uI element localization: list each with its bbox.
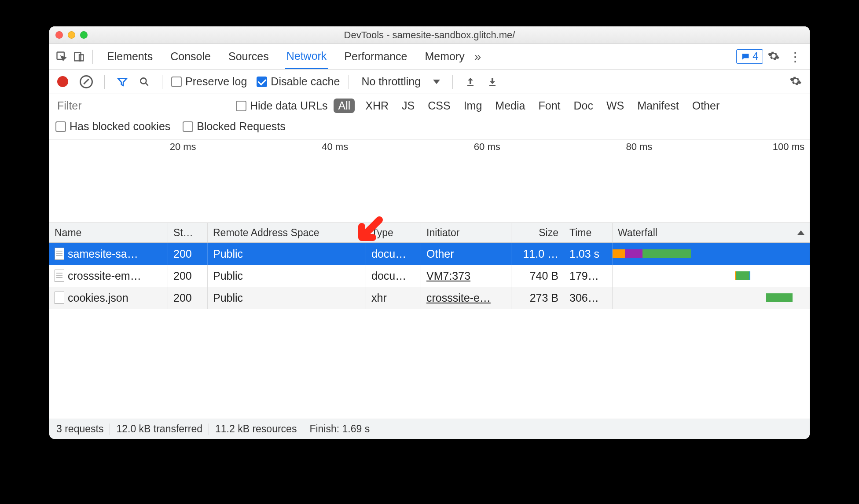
divider: [110, 424, 110, 435]
hide-data-urls-label: Hide data URLs: [250, 99, 327, 112]
network-table: Name St… Remote Address Space Type Initi…: [49, 223, 810, 419]
document-icon: [55, 270, 64, 282]
divider: [349, 75, 349, 89]
timeline-tick: 60 ms: [353, 141, 506, 153]
cell-status: 200: [168, 287, 208, 309]
network-toolbar: Preserve log Disable cache No throttling: [49, 69, 810, 94]
col-name[interactable]: Name: [49, 223, 168, 242]
cell-type: xhr: [366, 287, 421, 309]
download-har-icon[interactable]: [484, 73, 501, 91]
hide-data-urls-checkbox[interactable]: [236, 101, 246, 111]
titlebar[interactable]: DevTools - samesite-sandbox.glitch.me/: [49, 26, 810, 44]
table-header: Name St… Remote Address Space Type Initi…: [49, 223, 810, 243]
devtools-window: DevTools - samesite-sandbox.glitch.me/ E…: [49, 26, 810, 439]
device-toggle-icon[interactable]: [70, 48, 88, 66]
filter-type-all[interactable]: All: [334, 99, 355, 113]
filter-toggle-icon[interactable]: [114, 73, 131, 91]
cell-time: 1.03 s: [564, 243, 613, 265]
timeline-tick: 40 ms: [202, 141, 354, 153]
col-remote-address-space[interactable]: Remote Address Space: [208, 223, 366, 242]
col-status[interactable]: St…: [168, 223, 208, 242]
has-blocked-cookies-option[interactable]: Has blocked cookies: [55, 120, 170, 133]
panel-tabs: ElementsConsoleSourcesNetworkPerformance…: [105, 44, 466, 69]
tab-network[interactable]: Network: [285, 44, 329, 69]
throttling-select[interactable]: No throttling: [358, 75, 444, 88]
message-count: 4: [753, 51, 758, 62]
divider: [209, 424, 209, 435]
filter-type-other[interactable]: Other: [690, 99, 723, 113]
divider: [104, 75, 105, 89]
console-messages-badge[interactable]: 4: [736, 49, 763, 64]
blocked-requests-checkbox[interactable]: [183, 121, 193, 132]
col-initiator[interactable]: Initiator: [421, 223, 511, 242]
overflow-panels-button[interactable]: »: [474, 50, 481, 64]
cell-name: crosssite-em…: [49, 265, 168, 287]
sort-asc-icon: [797, 230, 804, 235]
tab-performance[interactable]: Performance: [342, 45, 409, 68]
preserve-log-option[interactable]: Preserve log: [171, 75, 247, 88]
has-blocked-cookies-label: Has blocked cookies: [70, 120, 170, 133]
filter-type-js[interactable]: JS: [399, 99, 417, 113]
col-time[interactable]: Time: [564, 223, 613, 242]
filter-type-css[interactable]: CSS: [425, 99, 453, 113]
svg-point-3: [140, 78, 146, 84]
cell-initiator[interactable]: crosssite-e…: [421, 287, 511, 309]
filter-type-manifest[interactable]: Manifest: [635, 99, 681, 113]
table-row[interactable]: samesite-sa…200Publicdocu…Other11.0 …1.0…: [49, 243, 810, 265]
settings-icon[interactable]: [767, 50, 780, 64]
filter-input[interactable]: [54, 97, 230, 115]
preserve-log-label: Preserve log: [185, 75, 247, 88]
tab-console[interactable]: Console: [169, 45, 213, 68]
record-button[interactable]: [57, 76, 68, 87]
disable-cache-checkbox[interactable]: [257, 77, 267, 87]
col-waterfall-label: Waterfall: [618, 227, 657, 239]
minimize-window-button[interactable]: [68, 31, 75, 39]
timeline-tick: 80 ms: [506, 141, 658, 153]
col-size[interactable]: Size: [511, 223, 564, 242]
cell-remote-address-space: Public: [208, 243, 366, 265]
col-waterfall[interactable]: Waterfall: [613, 223, 810, 242]
inspect-element-icon[interactable]: [53, 48, 70, 66]
search-icon[interactable]: [136, 73, 153, 91]
divider: [162, 75, 162, 89]
disable-cache-option[interactable]: Disable cache: [257, 75, 340, 88]
cell-time: 179…: [564, 265, 613, 287]
network-settings-icon[interactable]: [789, 75, 802, 89]
table-row[interactable]: cookies.json200Publicxhrcrosssite-e…273 …: [49, 287, 810, 309]
table-row[interactable]: crosssite-em…200Publicdocu…VM7:373740 B1…: [49, 265, 810, 287]
more-options-icon[interactable]: ⋮: [789, 49, 802, 64]
cell-waterfall: [613, 287, 810, 309]
cell-status: 200: [168, 243, 208, 265]
filter-type-doc[interactable]: Doc: [571, 99, 595, 113]
filter-type-img[interactable]: Img: [461, 99, 485, 113]
filter-type-font[interactable]: Font: [536, 99, 563, 113]
close-window-button[interactable]: [55, 31, 63, 39]
cell-name: samesite-sa…: [49, 243, 168, 265]
status-finish: Finish: 1.69 s: [309, 423, 370, 435]
tab-memory[interactable]: Memory: [423, 45, 466, 68]
timeline-tick: 100 ms: [657, 141, 810, 153]
upload-har-icon[interactable]: [462, 73, 479, 91]
document-icon: [55, 248, 64, 260]
zoom-window-button[interactable]: [80, 31, 88, 39]
has-blocked-cookies-checkbox[interactable]: [55, 121, 66, 132]
tab-sources[interactable]: Sources: [227, 45, 271, 68]
filter-type-ws[interactable]: WS: [604, 99, 627, 113]
tab-elements[interactable]: Elements: [105, 45, 154, 68]
hide-data-urls-option[interactable]: Hide data URLs: [236, 99, 327, 112]
preserve-log-checkbox[interactable]: [171, 77, 182, 87]
document-icon: [55, 292, 64, 304]
cell-remote-address-space: Public: [208, 287, 366, 309]
filter-type-xhr[interactable]: XHR: [363, 99, 391, 113]
svg-rect-4: [467, 85, 474, 86]
blocked-requests-option[interactable]: Blocked Requests: [183, 120, 286, 133]
filter-type-media[interactable]: Media: [492, 99, 528, 113]
window-title: DevTools - samesite-sandbox.glitch.me/: [49, 29, 810, 41]
status-bar: 3 requests 12.0 kB transferred 11.2 kB r…: [49, 419, 810, 439]
timeline-overview[interactable]: 20 ms40 ms60 ms80 ms100 ms: [49, 139, 810, 223]
clear-button[interactable]: [80, 75, 93, 88]
cell-initiator[interactable]: VM7:373: [421, 265, 511, 287]
cell-time: 306…: [564, 287, 613, 309]
svg-rect-5: [489, 85, 496, 86]
cell-size: 740 B: [511, 265, 564, 287]
